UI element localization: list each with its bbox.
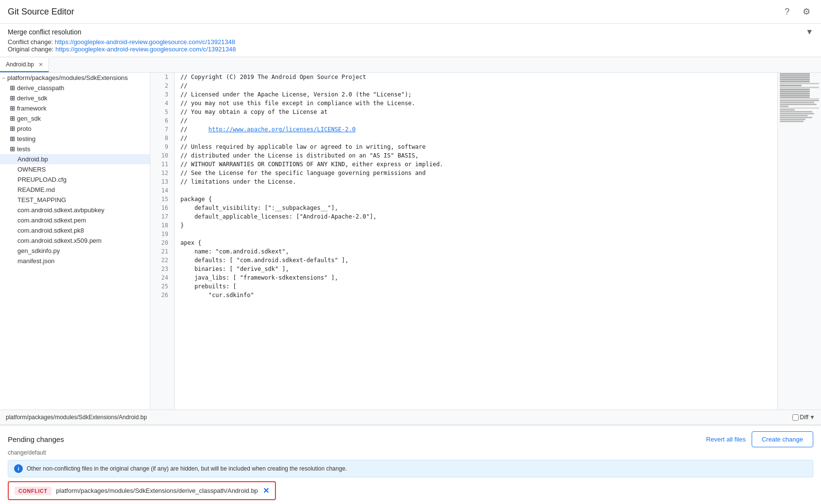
- minimap-line: [780, 119, 805, 120]
- minimap-line: [780, 81, 810, 82]
- code-line: //: [180, 81, 772, 90]
- top-bar: Git Source Editor ? ⚙: [0, 0, 821, 24]
- diff-chevron-icon[interactable]: ▼: [809, 414, 815, 421]
- minimap-line: [780, 83, 819, 84]
- tree-item-avbpubkey[interactable]: com.android.sdkext.avbpubkey: [0, 205, 150, 215]
- tree-item-pem[interactable]: com.android.sdkext.pem: [0, 215, 150, 225]
- code-line: default_visibility: [":__subpackages__"]…: [180, 204, 772, 212]
- revert-all-files-button[interactable]: Revert all files: [706, 436, 746, 443]
- minimap-line: [780, 102, 814, 103]
- settings-icon[interactable]: ⚙: [800, 5, 813, 18]
- minimap-line: [780, 115, 808, 116]
- code-line: name: "com.android.sdkext",: [180, 247, 772, 256]
- code-line: // Unless required by applicable law or …: [180, 142, 772, 151]
- tree-item-testing[interactable]: ⊞ testing: [0, 134, 150, 144]
- code-line: // You may obtain a copy of the License …: [180, 108, 772, 116]
- line-number: 10: [154, 151, 170, 160]
- line-number: 26: [154, 291, 170, 299]
- line-number: 14: [154, 186, 170, 195]
- conflict-change-label: Conflict change:: [8, 38, 53, 46]
- original-change-row: Original change: https://googleplex-andr…: [8, 46, 813, 53]
- tree-item-android-bp[interactable]: Android.bp: [0, 154, 150, 164]
- tree-item-gen-sdk[interactable]: ⊞ gen_sdk: [0, 113, 150, 124]
- line-numbers: 1234567891011121314151617181920212223242…: [150, 73, 175, 410]
- original-change-label: Original change:: [8, 46, 54, 53]
- line-number: 15: [154, 195, 170, 204]
- create-change-button[interactable]: Create change: [752, 431, 813, 447]
- line-number: 1: [154, 73, 170, 81]
- minimap-line: [780, 104, 817, 105]
- tree-item-framework[interactable]: ⊞ framework: [0, 103, 150, 113]
- tree-item-preupload[interactable]: PREUPLOAD.cfg: [0, 174, 150, 185]
- line-number: 13: [154, 177, 170, 186]
- file-path: platform/packages/modules/SdkExtensions/…: [6, 414, 147, 421]
- line-number: 17: [154, 212, 170, 221]
- tree-item-label: com.android.sdkext.avbpubkey: [17, 206, 104, 214]
- code-line: binaries: [ "derive_sdk" ],: [180, 265, 772, 273]
- tree-item-label: manifest.json: [17, 257, 55, 265]
- conflict-close-icon[interactable]: ✕: [263, 486, 269, 495]
- code-line: apex {: [180, 238, 772, 247]
- file-tree-sidebar: − platform/packages/modules/SdkExtension…: [0, 73, 150, 410]
- line-number: 8: [154, 134, 170, 142]
- original-change-link[interactable]: https://googleplex-android-review.google…: [55, 46, 236, 53]
- minimap-line: [780, 79, 810, 80]
- minimap-line: [780, 77, 810, 79]
- file-tab-close-icon[interactable]: ×: [39, 61, 43, 68]
- info-text: Other non-conflicting files in the origi…: [27, 465, 347, 472]
- tree-item-label: com.android.sdkext.x509.pem: [17, 237, 101, 244]
- line-number: 19: [154, 230, 170, 238]
- code-line: //: [180, 134, 772, 142]
- diff-checkbox[interactable]: [792, 414, 799, 421]
- conflict-change-link[interactable]: https://googleplex-android-review.google…: [55, 38, 235, 46]
- tree-item-label: com.android.sdkext.pk8: [17, 227, 84, 234]
- tree-item-derive-classpath[interactable]: ⊞ derive_classpath: [0, 83, 150, 93]
- tree-item-label: tests: [17, 145, 30, 153]
- line-number: 24: [154, 273, 170, 282]
- minimap-line: [780, 96, 810, 98]
- change-default: change/default: [8, 449, 813, 456]
- conflict-change-row: Conflict change: https://googleplex-andr…: [8, 38, 813, 46]
- tree-expand-icon: ⊞: [10, 105, 15, 112]
- file-tab-android-bp[interactable]: Android.bp ×: [0, 58, 49, 72]
- tree-item-test-mapping[interactable]: TEST_MAPPING: [0, 195, 150, 205]
- tree-item-label: OWNERS: [17, 166, 46, 173]
- code-line: // Licensed under the Apache License, Ve…: [180, 90, 772, 99]
- pending-header: Pending changes Revert all files Create …: [8, 431, 813, 447]
- line-number: 20: [154, 238, 170, 247]
- code-line: java_libs: [ "framework-sdkextensions" ]…: [180, 273, 772, 282]
- code-content[interactable]: // Copyright (C) 2019 The Android Open S…: [175, 73, 777, 410]
- diff-toggle[interactable]: Diff ▼: [792, 414, 815, 421]
- tree-item-derive-sdk[interactable]: ⊞ derive_sdk: [0, 93, 150, 103]
- minimap-line: [780, 111, 812, 112]
- tree-item-gen-sdkinfo[interactable]: gen_sdkinfo.py: [0, 246, 150, 256]
- minimap-line: [780, 109, 795, 110]
- tree-item-tests[interactable]: ⊞ tests: [0, 144, 150, 154]
- line-number: 4: [154, 99, 170, 108]
- line-number: 21: [154, 247, 170, 256]
- minimap-line: [780, 98, 819, 99]
- code-line: [180, 230, 772, 238]
- tree-item-owners[interactable]: OWNERS: [0, 164, 150, 174]
- merge-conflict-section: Merge conflict resolution ▼ Conflict cha…: [0, 24, 821, 57]
- line-number: 2: [154, 81, 170, 90]
- tree-item-pk8[interactable]: com.android.sdkext.pk8: [0, 225, 150, 236]
- tree-item-x509[interactable]: com.android.sdkext.x509.pem: [0, 236, 150, 246]
- code-line: default_applicable_licenses: ["Android-A…: [180, 212, 772, 221]
- tree-item-manifest[interactable]: manifest.json: [0, 256, 150, 266]
- help-icon[interactable]: ?: [780, 5, 794, 18]
- tree-expand-icon: ⊞: [10, 115, 15, 122]
- license-link[interactable]: http://www.apache.org/licenses/LICENSE-2…: [209, 126, 355, 133]
- code-editor[interactable]: 1234567891011121314151617181920212223242…: [150, 73, 821, 410]
- file-tab-bar: Android.bp ×: [0, 57, 821, 73]
- tree-root[interactable]: − platform/packages/modules/SdkExtension…: [0, 73, 150, 83]
- conflict-row: CONFLICT platform/packages/modules/SdkEx…: [8, 481, 276, 500]
- merge-collapse-icon[interactable]: ▼: [805, 28, 813, 36]
- tree-item-proto[interactable]: ⊞ proto: [0, 124, 150, 134]
- top-bar-icons: ? ⚙: [780, 5, 813, 18]
- tree-item-readme[interactable]: README.md: [0, 185, 150, 195]
- tree-item-label: derive_sdk: [17, 94, 48, 102]
- tree-item-label: TEST_MAPPING: [17, 196, 66, 204]
- line-number: 22: [154, 256, 170, 265]
- line-number: 9: [154, 142, 170, 151]
